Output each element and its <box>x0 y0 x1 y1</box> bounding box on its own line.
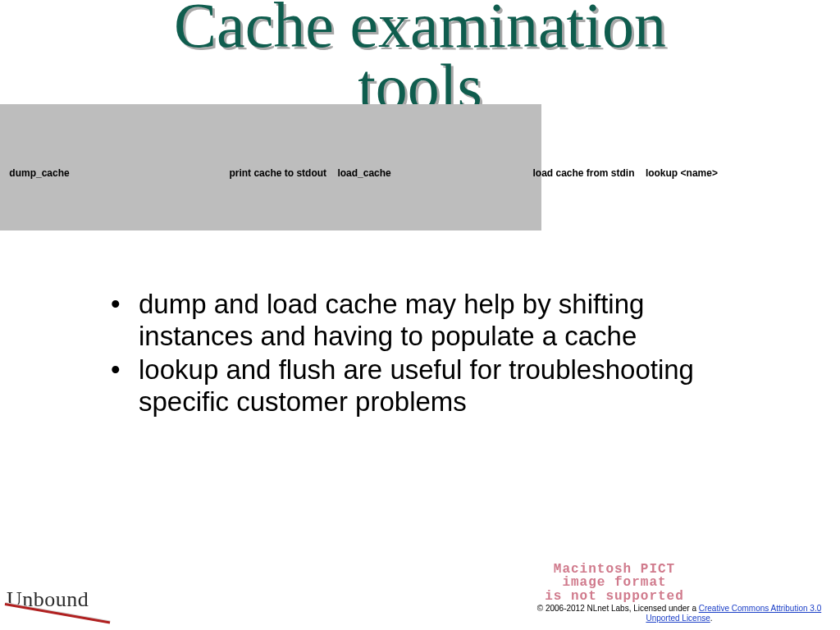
pict-error-text: Macintosh PICT image format is not suppo… <box>528 563 701 604</box>
title-line-1: Cache examination <box>174 0 666 61</box>
pict-line-3: is not supported <box>545 589 684 604</box>
bullet-1: dump and load cache may help by shifting… <box>111 289 759 353</box>
tool-desc-dump: print cache to stdout <box>229 167 326 179</box>
pict-line-1: Macintosh PICT <box>554 562 675 577</box>
footer-suffix: . <box>710 614 713 623</box>
footer-prefix: © 2006-2012 NLnet Labs, Licensed under a <box>537 604 699 613</box>
tool-desc-load: load cache from stdin <box>532 167 634 179</box>
unbound-logo: Unbound <box>7 587 89 612</box>
tools-row: dump_cache print cache to stdout load_ca… <box>0 167 840 179</box>
tool-cmd-lookup: lookup <name> <box>646 167 718 179</box>
slide-title: Cache examination tools <box>0 0 840 118</box>
bullet-2: lookup and flush are useful for troubles… <box>111 354 759 418</box>
copyright-footer: © 2006-2012 NLnet Labs, Licensed under a… <box>523 604 835 623</box>
pict-line-2: image format <box>562 575 666 590</box>
tool-cmd-load: load_cache <box>337 167 390 179</box>
tool-cmd-dump: dump_cache <box>9 167 69 179</box>
body-text: dump and load cache may help by shifting… <box>111 289 759 420</box>
slide: Cache examination tools dump_cache print… <box>0 0 840 630</box>
